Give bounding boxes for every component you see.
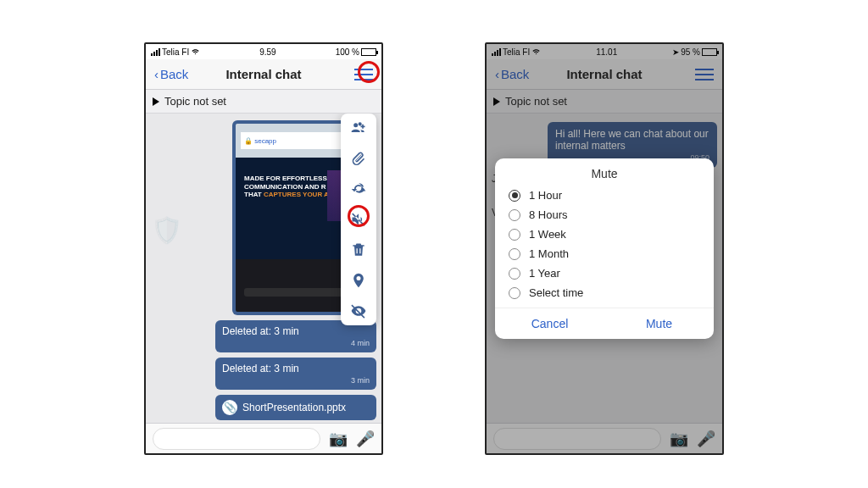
option-label: 1 Week	[529, 228, 566, 241]
play-icon	[153, 97, 159, 106]
radio-icon	[509, 229, 520, 241]
option-label: 1 Year	[529, 267, 560, 280]
option-8-hours[interactable]: 8 Hours	[495, 205, 714, 225]
option-1-week[interactable]: 1 Week	[495, 225, 714, 244]
message-input[interactable]	[153, 428, 320, 450]
location-icon[interactable]	[349, 271, 368, 290]
chat-body: 🛡️ 🔒 secapp MADE FOR EFFORTLESS ALCOMMUN…	[146, 114, 381, 423]
topic-label: Topic not set	[164, 95, 226, 108]
option-select-time[interactable]: Select time	[495, 283, 714, 302]
message-timestamp: 2 min	[151, 422, 373, 423]
deleted-text: Deleted at: 3 min	[222, 325, 299, 337]
hide-icon[interactable]	[349, 302, 368, 320]
option-label: 1 Month	[529, 247, 569, 260]
status-left: Telia FI	[151, 47, 200, 58]
radio-icon	[509, 287, 520, 299]
option-label: 8 Hours	[529, 208, 568, 221]
signal-icon	[151, 48, 160, 56]
dialog-title: Mute	[495, 167, 714, 180]
input-bar: 📷 🎤	[146, 423, 381, 453]
deleted-message-2[interactable]: Deleted at: 3 min 3 min	[215, 358, 376, 390]
phone-right: Telia FI 11.01 ➤ 95 % ‹ Back Internal ch…	[485, 42, 724, 455]
menu-button[interactable]	[354, 69, 373, 80]
nav-bar: ‹ Back Internal chat	[146, 59, 381, 90]
radio-icon	[509, 268, 520, 280]
message-timestamp: 3 min	[222, 376, 370, 385]
microphone-icon[interactable]: 🎤	[356, 430, 375, 448]
chat-menu-dropdown	[341, 114, 376, 325]
option-1-year[interactable]: 1 Year	[495, 263, 714, 283]
camera-icon[interactable]: 📷	[329, 430, 348, 448]
status-right: 100 %	[336, 47, 376, 57]
radio-icon	[509, 248, 520, 260]
attachment-icon[interactable]	[349, 149, 368, 168]
image-headline: MADE FOR EFFORTLESS ALCOMMUNICATION AND …	[244, 175, 337, 199]
dialog-buttons: Cancel Mute	[495, 308, 714, 339]
battery-text: 100 %	[336, 47, 359, 57]
option-label: 1 Hour	[529, 189, 562, 202]
file-message[interactable]: 📎 ShortPresentation.pptx	[215, 395, 376, 420]
wifi-icon	[191, 47, 200, 58]
deleted-text: Deleted at: 3 min	[222, 363, 299, 374]
back-button[interactable]: ‹ Back	[154, 67, 188, 81]
carrier-label: Telia FI	[162, 47, 189, 57]
mute-button[interactable]: Mute	[604, 308, 714, 339]
paperclip-icon: 📎	[222, 400, 237, 415]
message-timestamp: 4 min	[222, 339, 370, 347]
delete-icon[interactable]	[349, 241, 368, 259]
topic-bar[interactable]: Topic not set	[146, 90, 381, 114]
clock-label: 9.59	[259, 47, 275, 57]
back-label: Back	[160, 67, 188, 81]
file-name: ShortPresentation.pptx	[242, 402, 370, 413]
watermark-icon: 🛡️	[151, 215, 182, 245]
refresh-icon[interactable]	[349, 180, 368, 198]
option-1-hour[interactable]: 1 Hour	[495, 186, 714, 205]
mute-icon[interactable]	[349, 210, 368, 229]
phone-left: Telia FI 9.59 100 % ‹ Back Internal chat…	[144, 42, 383, 455]
radio-icon	[509, 190, 520, 202]
battery-icon	[361, 48, 376, 56]
add-users-icon[interactable]	[349, 119, 368, 137]
chevron-left-icon: ‹	[154, 67, 159, 81]
status-bar: Telia FI 9.59 100 %	[146, 44, 381, 59]
option-label: Select time	[529, 286, 583, 299]
cancel-button[interactable]: Cancel	[495, 308, 604, 339]
radio-icon	[509, 209, 520, 221]
option-1-month[interactable]: 1 Month	[495, 244, 714, 263]
mute-dialog: Mute 1 Hour 8 Hours 1 Week 1 Month 1 Yea…	[495, 158, 714, 339]
